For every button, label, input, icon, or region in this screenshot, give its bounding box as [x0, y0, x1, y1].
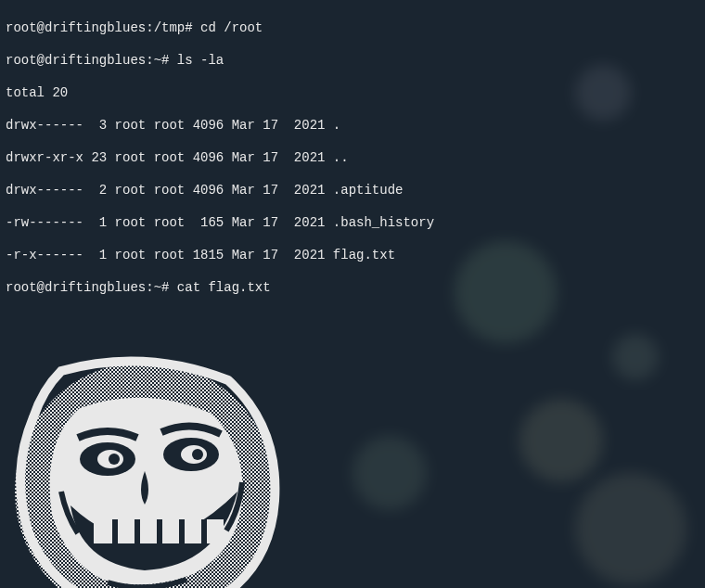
prompt: root@driftingblues:~# [6, 280, 177, 295]
ls-row: drwx------ 2 root root 4096 Mar 17 2021 … [6, 183, 699, 199]
command-text: cat flag.txt [177, 280, 271, 295]
ls-total: total 20 [6, 85, 699, 102]
command-text: cd /root [200, 20, 263, 35]
cmd-line-ls: root@driftingblues:~# ls -la [6, 53, 699, 70]
ls-row: drwx------ 3 root root 4096 Mar 17 2021 … [6, 118, 699, 134]
svg-point-7 [109, 454, 120, 465]
ls-row: drwxr-xr-x 23 root root 4096 Mar 17 2021… [6, 150, 699, 167]
prompt: root@driftingblues:/tmp# [6, 20, 200, 35]
terminal-output[interactable]: root@driftingblues:/tmp# cd /root root@d… [0, 0, 705, 588]
trollface-ascii-art [6, 336, 288, 588]
ls-row: -rw------- 1 root root 165 Mar 17 2021 .… [6, 215, 699, 232]
ls-row: -r-x------ 1 root root 1815 Mar 17 2021 … [6, 248, 699, 264]
cmd-line-cd: root@driftingblues:/tmp# cd /root [6, 20, 699, 37]
prompt: root@driftingblues:~# [6, 53, 177, 68]
svg-point-10 [192, 449, 203, 460]
command-text: ls -la [177, 53, 224, 68]
cmd-line-cat: root@driftingblues:~# cat flag.txt [6, 280, 699, 297]
